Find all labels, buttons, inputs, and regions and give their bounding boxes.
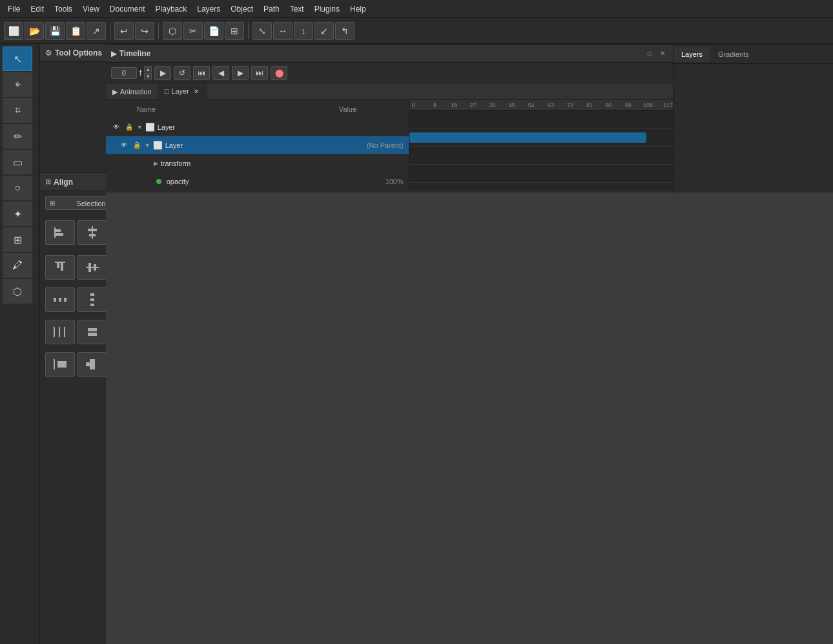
menu-help[interactable]: Help bbox=[345, 2, 371, 16]
undo-button[interactable]: ↩ bbox=[114, 22, 134, 40]
tool-options-header: ⚙ Tool Options ◇ ✕ bbox=[40, 44, 106, 62]
ellipse-tool[interactable]: ○ bbox=[3, 176, 32, 200]
fill-tool[interactable]: ⬡ bbox=[3, 279, 32, 304]
right-bottom-tabs: Layers Gradients bbox=[674, 45, 833, 64]
align-last-2[interactable] bbox=[77, 352, 106, 377]
menu-document[interactable]: Document bbox=[105, 2, 150, 16]
menu-layers[interactable]: Layers bbox=[192, 2, 225, 16]
layer-expand-2[interactable]: ▼ bbox=[145, 142, 150, 149]
bottom-section: ▶ Timeline ◇ ✕ 0 f ▲ ▼ ▶ ↺ ⏮ ◀ ▶ ⏭ ⬤ bbox=[106, 44, 833, 192]
toolbar-sep-1 bbox=[110, 23, 110, 39]
svg-rect-31 bbox=[54, 359, 55, 369]
dist-center[interactable] bbox=[77, 320, 106, 344]
redo-button[interactable]: ↪ bbox=[135, 22, 154, 40]
last-frame-btn[interactable]: ⏭ bbox=[251, 66, 268, 80]
smooth-node-tool[interactable]: ⌗ bbox=[3, 98, 32, 123]
layer-vis-2[interactable]: 👁 bbox=[119, 140, 129, 151]
align-dropdown-row: ⊞ Selection ▾ bbox=[45, 196, 106, 210]
menu-playback[interactable]: Playback bbox=[150, 2, 192, 16]
layer-lock-1[interactable]: 🔒 bbox=[124, 122, 134, 132]
frame-down[interactable]: ▼ bbox=[144, 73, 152, 79]
align-last-1[interactable] bbox=[45, 352, 75, 377]
rectangle-tool[interactable]: ▭ bbox=[3, 150, 32, 174]
align-selection-dropdown[interactable]: ⊞ Selection ▾ bbox=[45, 196, 106, 210]
transform-grid-button[interactable]: ⊞ bbox=[225, 22, 244, 40]
layer-vis-1[interactable]: 👁 bbox=[111, 122, 121, 132]
save-button[interactable]: 💾 bbox=[45, 22, 65, 40]
layer-name-1: Layer bbox=[158, 123, 404, 131]
tool-btn-5[interactable]: ↰ bbox=[335, 22, 355, 40]
frame-input[interactable]: 0 bbox=[111, 67, 137, 79]
paste-button[interactable]: 📄 bbox=[204, 22, 223, 40]
tool-btn-4[interactable]: ↙ bbox=[314, 22, 334, 40]
star-tool[interactable]: ✦ bbox=[3, 202, 32, 226]
svg-rect-21 bbox=[90, 293, 94, 296]
menu-tools[interactable]: Tools bbox=[49, 2, 77, 16]
tool-btn-3[interactable]: ↕ bbox=[294, 22, 313, 40]
layer-row-transform: ▶ transform bbox=[106, 154, 409, 172]
layers-tab[interactable]: Layers bbox=[674, 47, 710, 62]
svg-rect-20 bbox=[64, 298, 67, 302]
align-grid-5 bbox=[40, 349, 106, 379]
dist-left[interactable] bbox=[45, 320, 75, 344]
save-copy-button[interactable]: 📋 bbox=[66, 22, 85, 40]
timeline-close-btn[interactable]: ✕ bbox=[657, 48, 668, 59]
eyedropper-tool[interactable]: 🖍 bbox=[3, 253, 32, 278]
align-panel: ⊞ Align ◇ ✕ ⊞ Selection ▾ bbox=[40, 173, 106, 644]
svg-rect-3 bbox=[92, 226, 93, 239]
paint-tool[interactable]: ✏ bbox=[3, 124, 32, 149]
layer-row-selected[interactable]: 👁 🔒 ▼ ⬜ Layer (No Parent) bbox=[106, 136, 409, 154]
new-button[interactable]: ⬜ bbox=[4, 22, 23, 40]
timeline-tab-anim-icon: ▶ bbox=[112, 88, 118, 96]
align-top-edge[interactable] bbox=[45, 255, 75, 280]
svg-rect-32 bbox=[57, 361, 67, 368]
layer-name-3: transform bbox=[161, 160, 404, 167]
svg-rect-27 bbox=[88, 328, 97, 331]
menu-object[interactable]: Object bbox=[225, 2, 258, 16]
menu-view[interactable]: View bbox=[77, 2, 105, 16]
menu-path[interactable]: Path bbox=[258, 2, 285, 16]
left-panel: ⚙ Tool Options ◇ ✕ ⊞ Align ◇ ✕ ⊞ bbox=[40, 44, 106, 644]
play-button[interactable]: ▶ bbox=[154, 66, 171, 80]
dist-h[interactable] bbox=[45, 287, 75, 312]
svg-rect-10 bbox=[57, 263, 59, 268]
tool-btn-2[interactable]: ↔ bbox=[273, 22, 293, 40]
track-bar-layer bbox=[409, 132, 646, 143]
align-center-h[interactable] bbox=[77, 220, 106, 245]
layer-tool[interactable]: ⊞ bbox=[3, 227, 32, 252]
layer-lock-2[interactable]: 🔒 bbox=[132, 140, 142, 151]
node-edit-tool[interactable]: ⌖ bbox=[3, 72, 32, 97]
menu-file[interactable]: File bbox=[3, 2, 25, 16]
menu-edit[interactable]: Edit bbox=[25, 2, 49, 16]
layer-col-value: Value bbox=[339, 105, 404, 113]
layer-expand-3[interactable]: ▶ bbox=[154, 160, 158, 167]
prev-frame-btn[interactable]: ◀ bbox=[212, 66, 229, 80]
align-center-v[interactable] bbox=[77, 255, 106, 280]
layer-icon-2: ⬜ bbox=[153, 141, 163, 150]
svg-rect-19 bbox=[59, 298, 61, 302]
menu-text[interactable]: Text bbox=[285, 2, 309, 16]
svg-rect-0 bbox=[54, 227, 56, 238]
timeline-tab-animation[interactable]: ▶ Animation bbox=[106, 83, 158, 100]
timeline-float-btn[interactable]: ◇ bbox=[644, 48, 655, 59]
svg-rect-12 bbox=[86, 267, 99, 268]
next-frame-btn[interactable]: ▶ bbox=[232, 66, 249, 80]
timeline-tab-layer[interactable]: □ Layer ✕ bbox=[158, 83, 207, 100]
timeline-tab-close[interactable]: ✕ bbox=[192, 87, 201, 96]
align-left-edge[interactable] bbox=[45, 220, 75, 245]
record-btn[interactable]: ⬤ bbox=[271, 66, 287, 80]
select-tool[interactable]: ↖ bbox=[3, 47, 32, 71]
tool-btn-1[interactable]: ⤡ bbox=[252, 22, 272, 40]
menu-plugins[interactable]: Plugins bbox=[309, 2, 345, 16]
copy-button[interactable]: ⬡ bbox=[163, 22, 182, 40]
loop-button[interactable]: ↺ bbox=[174, 66, 190, 80]
export-button[interactable]: ↗ bbox=[87, 22, 106, 40]
first-frame-btn[interactable]: ⏮ bbox=[193, 66, 210, 80]
frame-up[interactable]: ▲ bbox=[144, 66, 152, 72]
open-button[interactable]: 📂 bbox=[25, 22, 44, 40]
dist-v[interactable] bbox=[77, 287, 106, 312]
svg-rect-13 bbox=[88, 263, 91, 272]
layer-expand-1[interactable]: ▼ bbox=[137, 124, 143, 130]
gradients-bottom-tab[interactable]: Gradients bbox=[710, 47, 757, 62]
cut-button[interactable]: ✂ bbox=[183, 22, 203, 40]
